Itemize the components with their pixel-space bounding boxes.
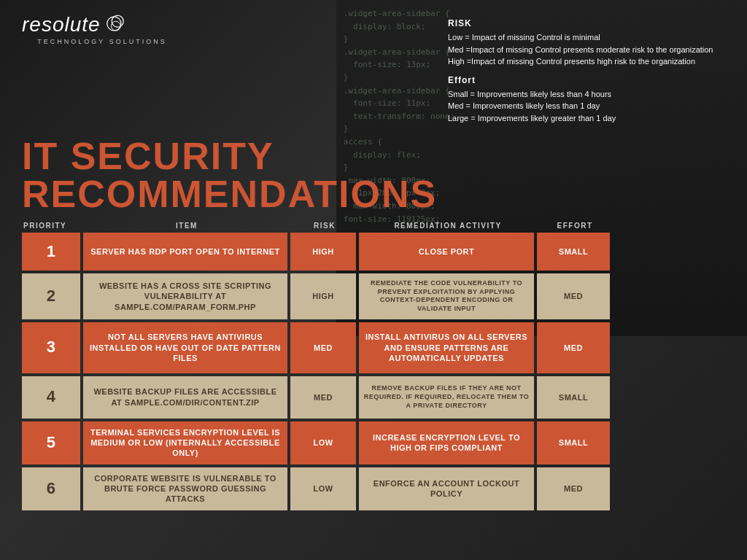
col-header-risk: RISK — [292, 222, 357, 230]
risk-legend-line1: Low = Impact of missing Control is minim… — [448, 31, 725, 44]
priority-4: 4 — [22, 376, 80, 419]
table-row: 1 SERVER HAS RDP PORT OPEN TO INTERNET H… — [22, 233, 725, 271]
risk-3: MED — [290, 322, 356, 373]
remediation-5: INCREASE ENCRYPTION LEVEL TO HIGH OR FIP… — [359, 421, 534, 464]
header-section: resolute TECHNOLOGY SOLUTIONS RISK Low =… — [22, 13, 725, 130]
risk-legend-title: RISK — [448, 17, 725, 30]
remediation-6: ENFORCE AN ACCOUNT LOCKOUT POLICY — [359, 467, 534, 510]
remediation-3: INSTALL ANTIVIRUS ON ALL SERVERS AND ENS… — [359, 322, 534, 373]
logo-name: resolute — [22, 13, 101, 36]
table-row: 5 TERMINAL SERVICES ENCRYPTION LEVEL IS … — [22, 421, 725, 464]
logo-area: resolute TECHNOLOGY SOLUTIONS — [22, 13, 182, 45]
table-row: 4 WEBSITE BACKUP FILES ARE ACCESSIBLE AT… — [22, 376, 725, 419]
recommendations-table: PRIORITY ITEM RISK REMEDIATION ACTIVITY … — [22, 222, 725, 510]
legend-area: RISK Low = Impact of missing Control is … — [448, 13, 725, 130]
col-header-effort: EFFORT — [538, 222, 611, 230]
effort-5: SMALL — [537, 421, 610, 464]
remediation-1: CLOSE PORT — [359, 233, 534, 271]
risk-1: HIGH — [290, 233, 356, 271]
effort-legend-line3: Large = Improvements likely greater than… — [448, 112, 725, 125]
remediation-2: REMEDIATE THE CODE VULNERABILITY TO PREV… — [359, 273, 534, 319]
priority-1: 1 — [22, 233, 80, 271]
title-line2: RECOMMENDATIONS — [22, 175, 372, 213]
risk-legend-line3: High =Impact of missing Control presents… — [448, 55, 725, 68]
title-line1: IT SECURITY — [22, 137, 372, 175]
logo-icon — [104, 13, 127, 36]
col-header-item: ITEM — [85, 222, 289, 230]
risk-legend-line2: Med =Impact of missing Control presents … — [448, 44, 725, 56]
risk-2: HIGH — [290, 273, 356, 319]
effort-legend: Effort Small = Improvements likely less … — [448, 74, 725, 125]
risk-4: MED — [290, 376, 356, 419]
effort-4: SMALL — [537, 376, 610, 419]
effort-3: MED — [537, 322, 610, 373]
table-row: 2 WEBSITE HAS A CROSS SITE SCRIPTING VUL… — [22, 273, 725, 319]
item-2: WEBSITE HAS A CROSS SITE SCRIPTING VULNE… — [83, 273, 287, 319]
effort-legend-line1: Small = Improvements likely less than 4 … — [448, 88, 725, 101]
logo-subtitle: TECHNOLOGY SOLUTIONS — [22, 38, 182, 45]
effort-legend-title: Effort — [448, 74, 725, 87]
item-1: SERVER HAS RDP PORT OPEN TO INTERNET — [83, 233, 287, 271]
col-header-remediation: REMEDIATION ACTIVITY — [360, 222, 535, 230]
priority-5: 5 — [22, 421, 80, 464]
risk-5: LOW — [290, 421, 356, 464]
item-5: TERMINAL SERVICES ENCRYPTION LEVEL IS ME… — [83, 421, 287, 464]
item-4: WEBSITE BACKUP FILES ARE ACCESSIBLE AT S… — [83, 376, 287, 419]
table-header-row: PRIORITY ITEM RISK REMEDIATION ACTIVITY … — [22, 222, 725, 230]
effort-6: MED — [537, 467, 610, 510]
priority-6: 6 — [22, 467, 80, 510]
priority-3: 3 — [22, 322, 80, 373]
table-row: 3 NOT ALL SERVERS HAVE ANTIVIRUS INSTALL… — [22, 322, 725, 373]
col-header-priority: PRIORITY — [23, 222, 82, 230]
effort-1: SMALL — [537, 233, 610, 271]
remediation-4: REMOVE BACKUP FILES IF THEY ARE NOT REQU… — [359, 376, 534, 419]
logo: resolute — [22, 13, 182, 36]
svg-point-2 — [111, 21, 120, 31]
svg-point-0 — [107, 17, 120, 31]
priority-2: 2 — [22, 273, 80, 319]
effort-legend-line2: Med = Improvements likely less than 1 da… — [448, 100, 725, 112]
item-6: CORPORATE WEBSITE IS VULNERABLE TO BRUTE… — [83, 467, 287, 510]
effort-2: MED — [537, 273, 610, 319]
item-3: NOT ALL SERVERS HAVE ANTIVIRUS INSTALLED… — [83, 322, 287, 373]
table-row: 6 CORPORATE WEBSITE IS VULNERABLE TO BRU… — [22, 467, 725, 510]
risk-legend: RISK Low = Impact of missing Control is … — [448, 17, 725, 68]
risk-6: LOW — [290, 467, 356, 510]
main-title: IT SECURITY RECOMMENDATIONS — [22, 137, 372, 213]
